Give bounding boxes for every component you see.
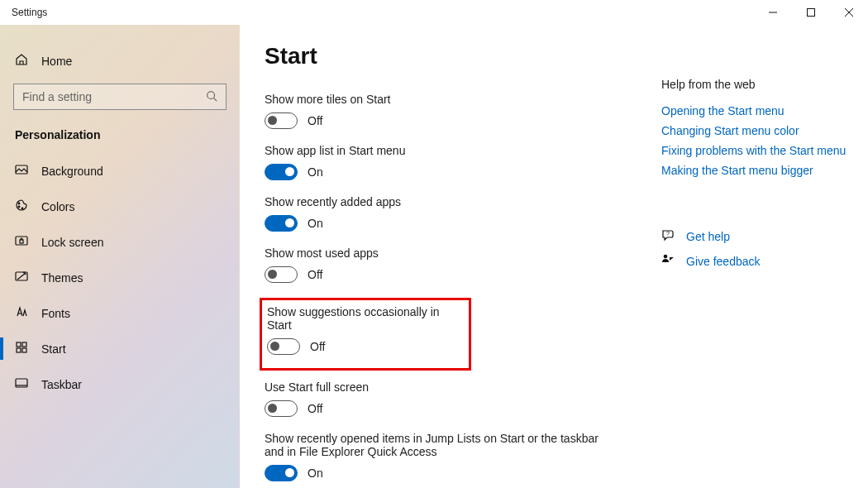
sidebar-item-taskbar[interactable]: Taskbar xyxy=(0,366,239,402)
help-link[interactable]: Opening the Start menu xyxy=(661,104,860,117)
maximize-button[interactable] xyxy=(792,0,830,25)
search-placeholder: Find a setting xyxy=(22,90,92,103)
sidebar-item-label: Background xyxy=(41,165,103,178)
toggle-most-used[interactable] xyxy=(265,266,298,283)
setting-label: Show app list in Start menu xyxy=(265,144,645,157)
page-title: Start xyxy=(265,43,645,69)
highlight-suggestions: Show suggestions occasionally in Start O… xyxy=(260,298,471,371)
sidebar-item-lock-screen[interactable]: Lock screen xyxy=(0,224,239,260)
taskbar-icon xyxy=(15,376,28,392)
colors-icon xyxy=(15,199,28,214)
toggle-state: Off xyxy=(310,340,325,353)
setting-recent-apps: Show recently added apps On xyxy=(265,195,645,232)
toggle-full-screen[interactable] xyxy=(265,400,298,417)
svg-rect-13 xyxy=(17,342,21,347)
themes-icon xyxy=(15,270,28,285)
get-help-link[interactable]: Get help xyxy=(686,230,730,243)
setting-jump-lists: Show recently opened items in Jump Lists… xyxy=(265,432,645,481)
setting-label: Show suggestions occasionally in Start xyxy=(267,305,460,332)
sidebar-item-label: Start xyxy=(41,342,66,356)
minimize-button[interactable] xyxy=(754,0,792,25)
search-input[interactable]: Find a setting xyxy=(13,84,227,110)
toggle-state: On xyxy=(308,165,323,179)
toggle-state: Off xyxy=(308,268,322,281)
sidebar-category: Personalization xyxy=(0,120,239,153)
nav-home[interactable]: Home xyxy=(0,45,239,77)
svg-rect-15 xyxy=(17,348,21,352)
svg-rect-6 xyxy=(16,165,27,174)
setting-label: Use Start full screen xyxy=(265,380,645,394)
toggle-suggestions[interactable] xyxy=(267,338,300,355)
svg-point-20 xyxy=(664,255,668,259)
toggle-app-list[interactable] xyxy=(265,164,298,180)
sidebar-item-start[interactable]: Start xyxy=(0,331,239,366)
sidebar: Home Find a setting Personalization Back… xyxy=(0,25,240,488)
help-link[interactable]: Fixing problems with the Start menu xyxy=(661,144,860,157)
sidebar-item-fonts[interactable]: Fonts xyxy=(0,295,239,331)
caption-buttons xyxy=(754,0,868,25)
get-help-icon: ? xyxy=(661,228,675,245)
sidebar-item-label: Colors xyxy=(41,200,74,213)
fonts-icon xyxy=(15,305,28,321)
sidebar-item-background[interactable]: Background xyxy=(0,153,239,189)
setting-app-list: Show app list in Start menu On xyxy=(265,144,645,180)
get-help-row: ? Get help xyxy=(661,228,860,245)
feedback-icon xyxy=(661,253,675,270)
titlebar: Settings xyxy=(0,0,868,25)
help-header: Help from the web xyxy=(661,78,860,91)
setting-suggestions: Show suggestions occasionally in Start O… xyxy=(267,305,460,355)
svg-point-7 xyxy=(18,203,20,204)
svg-rect-14 xyxy=(22,342,26,347)
svg-point-8 xyxy=(18,206,20,208)
svg-rect-16 xyxy=(22,348,26,352)
sidebar-item-label: Themes xyxy=(41,271,83,285)
toggle-state: Off xyxy=(308,114,322,127)
search-icon xyxy=(206,90,217,104)
settings-column: Start Show more tiles on Start Off Show … xyxy=(265,43,645,488)
toggle-more-tiles[interactable] xyxy=(265,112,298,129)
nav-home-label: Home xyxy=(41,55,72,68)
svg-rect-1 xyxy=(808,9,815,17)
sidebar-item-label: Taskbar xyxy=(41,378,82,391)
setting-most-used: Show most used apps Off xyxy=(265,246,645,283)
background-icon xyxy=(15,163,28,179)
lock-screen-icon xyxy=(15,234,28,250)
svg-line-5 xyxy=(214,98,217,101)
setting-more-tiles: Show more tiles on Start Off xyxy=(265,93,645,129)
setting-label: Show most used apps xyxy=(265,246,645,260)
sidebar-item-themes[interactable]: Themes xyxy=(0,260,239,295)
window-title: Settings xyxy=(12,7,47,18)
sidebar-item-label: Fonts xyxy=(41,307,70,320)
sidebar-item-colors[interactable]: Colors xyxy=(0,189,239,224)
toggle-state: Off xyxy=(308,402,322,415)
toggle-state: On xyxy=(308,466,323,480)
svg-text:?: ? xyxy=(666,231,670,237)
setting-label: Show recently opened items in Jump Lists… xyxy=(265,432,612,458)
help-link[interactable]: Making the Start menu bigger xyxy=(661,164,860,177)
home-icon xyxy=(15,53,28,69)
setting-full-screen: Use Start full screen Off xyxy=(265,380,645,417)
toggle-recent-apps[interactable] xyxy=(265,215,298,232)
content: Start Show more tiles on Start Off Show … xyxy=(240,25,868,488)
svg-point-9 xyxy=(21,208,23,209)
feedback-row: Give feedback xyxy=(661,253,860,270)
close-button[interactable] xyxy=(830,0,868,25)
sidebar-item-label: Lock screen xyxy=(41,236,103,249)
setting-label: Show more tiles on Start xyxy=(265,93,645,106)
start-icon xyxy=(15,341,28,356)
toggle-jump-lists[interactable] xyxy=(265,465,298,481)
feedback-link[interactable]: Give feedback xyxy=(686,255,761,268)
help-column: Help from the web Opening the Start menu… xyxy=(645,43,860,488)
setting-label: Show recently added apps xyxy=(265,195,645,208)
help-link[interactable]: Changing Start menu color xyxy=(661,124,860,137)
svg-point-4 xyxy=(207,91,215,98)
toggle-state: On xyxy=(308,217,323,230)
svg-rect-11 xyxy=(20,240,23,243)
